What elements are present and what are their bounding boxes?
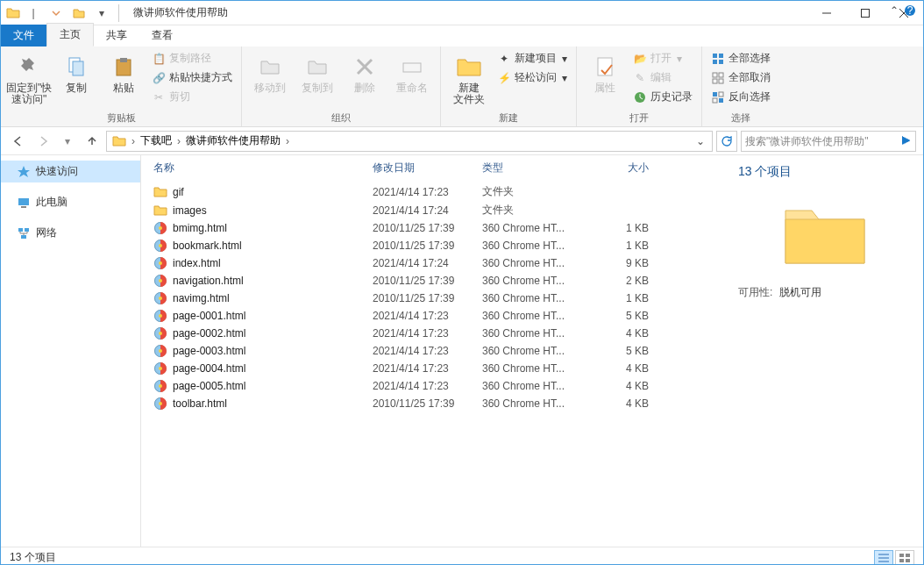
svg-point-48 <box>159 402 162 405</box>
star-icon <box>17 165 31 179</box>
copy-to-button[interactable]: 复制到 <box>295 49 340 97</box>
table-row[interactable]: page-0005.html2021/4/14 17:23360 Chrome … <box>141 377 726 395</box>
select-none-button[interactable]: 全部取消 <box>707 68 774 87</box>
rename-button[interactable]: 重命名 <box>389 49 435 97</box>
html-file-icon <box>153 361 167 375</box>
up-button[interactable] <box>82 131 103 152</box>
table-row[interactable]: images2021/4/14 17:24文件夹 <box>141 201 726 219</box>
folder-icon <box>153 204 167 218</box>
table-row[interactable]: bookmark.html2010/11/25 17:39360 Chrome … <box>141 237 726 254</box>
tab-share[interactable]: 共享 <box>94 25 139 46</box>
nav-this-pc[interactable]: 此电脑 <box>1 191 140 213</box>
view-icons-button[interactable] <box>895 550 914 566</box>
help-icon[interactable]: ? <box>904 4 916 17</box>
file-name: page-0001.html <box>173 310 245 322</box>
properties-button[interactable]: 属性 <box>582 49 628 97</box>
search-box[interactable]: ⯈ <box>741 131 916 152</box>
bc-sep-icon[interactable]: › <box>284 135 291 147</box>
minimize-button[interactable] <box>807 1 846 25</box>
table-row[interactable]: page-0001.html2021/4/14 17:23360 Chrome … <box>141 307 726 325</box>
table-row[interactable]: toolbar.html2010/11/25 17:39360 Chrome H… <box>141 395 726 412</box>
open-button[interactable]: 📂打开▾ <box>629 49 696 68</box>
file-type: 360 Chrome HT... <box>482 397 596 410</box>
recent-dropdown[interactable]: ▾ <box>57 131 78 152</box>
search-icon[interactable]: ⯈ <box>901 135 912 147</box>
navbar: ▾ › 下载吧 › 微讲师软件使用帮助 › ⌄ ⯈ <box>1 127 923 155</box>
table-row[interactable]: navigation.html2010/11/25 17:39360 Chrom… <box>141 272 726 290</box>
file-size: 9 KB <box>596 257 649 269</box>
html-file-icon <box>153 344 167 358</box>
table-row[interactable]: page-0004.html2021/4/14 17:23360 Chrome … <box>141 360 726 377</box>
tab-home[interactable]: 主页 <box>46 23 94 46</box>
tab-view[interactable]: 查看 <box>139 25 185 46</box>
col-name[interactable]: 名称 <box>153 161 373 175</box>
file-date: 2021/4/14 17:23 <box>373 327 482 340</box>
copy-button[interactable]: 复制 <box>53 49 99 97</box>
nav-network[interactable]: 网络 <box>1 222 140 244</box>
table-row[interactable]: index.html2021/4/14 17:24360 Chrome HT..… <box>141 254 726 272</box>
col-size[interactable]: 大小 <box>596 161 649 175</box>
move-to-button[interactable]: 移动到 <box>247 49 293 97</box>
bc-dropdown-icon[interactable]: ⌄ <box>691 135 710 147</box>
file-name: navimg.html <box>173 292 230 304</box>
pin-icon <box>15 53 43 81</box>
history-button[interactable]: 历史记录 <box>629 88 696 106</box>
nav-quick-access[interactable]: 快速访问 <box>1 161 140 182</box>
html-file-icon <box>153 239 167 253</box>
table-row[interactable]: page-0002.html2021/4/14 17:23360 Chrome … <box>141 325 726 342</box>
qat-folder-icon[interactable] <box>69 4 89 23</box>
bc-folder-icon[interactable] <box>109 134 130 148</box>
maximize-button[interactable] <box>846 1 885 25</box>
folder-icon <box>6 6 20 20</box>
table-row[interactable]: gif2021/4/14 17:23文件夹 <box>141 182 726 201</box>
path-icon: 📋 <box>152 52 166 66</box>
col-date[interactable]: 修改日期 <box>373 161 482 175</box>
file-name: toolbar.html <box>173 397 227 410</box>
search-input[interactable] <box>745 135 901 147</box>
network-icon <box>17 226 31 240</box>
html-file-icon <box>153 397 167 411</box>
refresh-button[interactable] <box>716 131 737 152</box>
folder-icon <box>153 185 167 199</box>
copy-path-button[interactable]: 📋复制路径 <box>148 49 236 68</box>
select-all-button[interactable]: 全部选择 <box>707 49 774 68</box>
file-type: 360 Chrome HT... <box>482 327 596 340</box>
svg-rect-6 <box>120 58 127 62</box>
back-button[interactable] <box>8 131 29 152</box>
new-item-button[interactable]: ✦新建项目▾ <box>494 49 571 68</box>
statusbar: 13 个项目 <box>1 547 923 565</box>
file-name: page-0005.html <box>173 380 245 392</box>
paste-shortcut-button[interactable]: 🔗粘贴快捷方式 <box>148 68 236 87</box>
pin-button[interactable]: 固定到"快 速访问" <box>6 49 52 109</box>
breadcrumb[interactable]: › 下载吧 › 微讲师软件使用帮助 › ⌄ <box>106 131 713 152</box>
bc-sep-icon[interactable]: › <box>130 135 137 147</box>
html-file-icon <box>153 221 167 235</box>
properties-icon <box>591 53 619 81</box>
bc-seg-2[interactable]: 微讲师软件使用帮助 <box>182 133 284 148</box>
table-row[interactable]: page-0003.html2021/4/14 17:23360 Chrome … <box>141 342 726 360</box>
file-date: 2021/4/14 17:23 <box>373 345 482 357</box>
bc-sep-icon[interactable]: › <box>175 135 182 147</box>
forward-button[interactable] <box>32 131 53 152</box>
col-type[interactable]: 类型 <box>482 161 596 175</box>
ribbon-expand-icon[interactable]: ⌃ <box>890 4 899 17</box>
svg-rect-19 <box>719 92 723 97</box>
qat-down-icon[interactable] <box>46 4 66 23</box>
html-file-icon <box>153 326 167 340</box>
svg-rect-13 <box>719 60 723 64</box>
cut-button[interactable]: ✂剪切 <box>148 88 236 106</box>
bc-seg-1[interactable]: 下载吧 <box>137 133 175 148</box>
edit-button[interactable]: ✎编辑 <box>629 68 696 87</box>
table-row[interactable]: bmimg.html2010/11/25 17:39360 Chrome HT.… <box>141 219 726 237</box>
qat-more-icon[interactable]: ▾ <box>92 4 111 23</box>
paste-button[interactable]: 粘贴 <box>101 49 146 97</box>
invert-selection-button[interactable]: 反向选择 <box>707 88 774 106</box>
svg-rect-25 <box>25 228 29 232</box>
file-date: 2021/4/14 17:24 <box>373 257 482 269</box>
tab-file[interactable]: 文件 <box>1 25 46 46</box>
delete-button[interactable]: 删除 <box>342 49 387 97</box>
new-folder-button[interactable]: 新建 文件夹 <box>446 49 492 109</box>
table-row[interactable]: navimg.html2010/11/25 17:39360 Chrome HT… <box>141 290 726 307</box>
view-details-button[interactable] <box>874 550 893 566</box>
easy-access-button[interactable]: ⚡轻松访问▾ <box>494 68 571 87</box>
